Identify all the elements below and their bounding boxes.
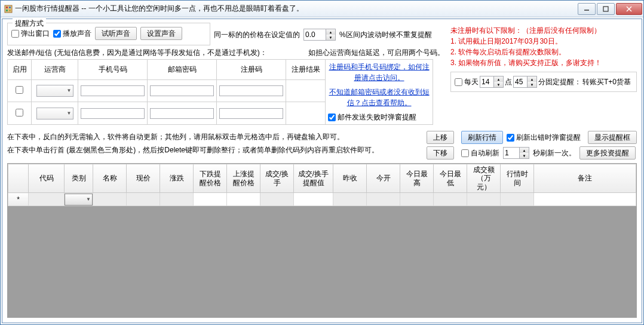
refresh-err-checkbox-label[interactable]: 刷新出错时弹窗提醒 [507,133,581,143]
grid-th-up[interactable]: 上涨提醒价格 [227,164,260,193]
grid-cell-low[interactable] [434,193,467,206]
sms-phone-1[interactable] [81,85,145,96]
interval-suffix: 秒刷新一次。 [533,148,576,158]
grid-cell-price[interactable] [127,193,160,206]
auto-refresh-checkbox[interactable] [461,149,469,157]
grid-cell-open[interactable] [367,193,400,206]
grid-th-high[interactable]: 今日最高 [400,164,434,193]
price-range-input[interactable] [303,29,326,41]
sms-th-carrier: 运营商 [32,60,78,80]
sms-th-mailpwd: 邮箱密码 [148,60,217,80]
maximize-button[interactable] [597,3,615,15]
register-link[interactable]: 注册码和手机号码绑定，如何注册请点击访问。 [329,63,430,82]
grid-th-remark[interactable]: 备注 [534,164,636,193]
min-label: 分固定提醒： [538,77,581,87]
grid-cell-vol[interactable] [260,193,294,206]
price-range-prefix: 同一标的的价格在设定值的 [214,30,300,40]
grid-cell-type[interactable]: ▼ [65,193,93,206]
daily-checkbox-label[interactable]: 每天 [455,77,479,87]
limits-3: 3. 如果物有所值，请购买支持正版，多谢支持！ [450,57,637,68]
sms-regcode-1[interactable] [219,85,283,96]
auto-refresh-checkbox-label[interactable]: 自动刷新 [461,148,499,158]
sound-checkbox[interactable] [53,30,61,38]
mailfail-checkbox-label[interactable]: 邮件发送失败时弹窗提醒 [328,112,430,122]
show-box-button[interactable]: 显示提醒框 [588,131,637,144]
grid-th-open[interactable]: 今开 [367,164,400,193]
grid-th-low[interactable]: 今日最低 [434,164,467,193]
sms-enable-1[interactable] [16,86,23,94]
interval-input[interactable] [503,147,520,159]
instruction-2: 在下表中单击行首 (最左侧黑色三角形处)，然后按Delete键即可删除整行；或者… [7,144,423,157]
grid-th-amount[interactable]: 成交额（万元） [467,164,501,193]
sms-regcode-2[interactable] [219,108,283,119]
grid-cell-down[interactable] [194,193,227,206]
grid-header-row: 代码 类别 名称 现价 涨跌 下跌提醒价格 上涨提醒价格 成交/换手 成交/换手… [8,164,636,193]
interval-spinner[interactable]: ▲▼ [520,147,529,159]
mailfail-checkbox[interactable] [328,114,336,121]
grid-th-vol[interactable]: 成交/换手 [260,164,294,193]
grid-cell-prevclose[interactable] [333,193,367,206]
instructions-text: 在下表中，反白的列无需输入，软件将自动更新；其他列，请用鼠标双击单元格选中后，再… [7,131,423,157]
help-link[interactable]: 不知道邮箱密码或者没有收到短信？点击查看帮助。 [329,88,430,107]
fixed-remind-text: 转账买T+0货基 [582,77,631,87]
minimize-button[interactable] [578,3,596,15]
grid-cell-amount[interactable] [467,193,501,206]
spin-down-icon[interactable]: ▼ [326,35,335,40]
grid-empty-area [8,206,636,314]
app-icon [4,5,13,13]
sms-mailpwd-1[interactable] [150,85,214,96]
grid-th-type[interactable]: 类别 [65,164,93,193]
grid-row-marker[interactable]: * [8,193,29,206]
grid-th-down[interactable]: 下跌提醒价格 [194,164,227,193]
instruction-1: 在下表中，反白的列无需输入，软件将自动更新；其他列，请用鼠标双击单元格选中后，再… [7,131,423,144]
popup-checkbox-label[interactable]: 弹出窗口 [11,29,50,39]
type-combo[interactable]: ▼ [65,194,93,206]
sms-mailpwd-2[interactable] [150,108,214,119]
hour-input[interactable] [480,76,494,88]
grid-cell-time[interactable] [501,193,534,206]
window-title: 一闲股市行情提醒器 -- 一个小工具让您的空闲时间多一点，再也不用总是眼睛盯着看… [15,4,578,14]
sms-enable-2[interactable] [16,109,23,116]
test-sound-button[interactable]: 试听声音 [95,27,137,40]
data-grid[interactable]: 代码 类别 名称 现价 涨跌 下跌提醒价格 上涨提醒价格 成交/换手 成交/换手… [8,164,636,206]
grid-th-name[interactable]: 名称 [93,164,127,193]
sms-carrier-2[interactable]: ▼ [36,108,73,119]
sound-checkbox-label[interactable]: 播放声音 [53,29,91,39]
min-spinner[interactable]: ▲▼ [528,76,537,88]
remind-method-legend: 提醒方式 [13,19,46,29]
grid-th-time[interactable]: 行情时间 [501,164,534,193]
grid-cell-change[interactable] [160,193,194,206]
grid-th-price[interactable]: 现价 [127,164,160,193]
sms-th-result: 注册结果 [286,60,326,80]
grid-cell-name[interactable] [93,193,127,206]
hour-spinner[interactable]: ▲▼ [494,76,504,88]
grid-cell-remark[interactable] [534,193,636,206]
refresh-button[interactable]: 刷新行情 [461,131,503,144]
move-up-button[interactable]: 上移 [427,131,454,144]
grid-cell-high[interactable] [400,193,434,206]
grid-th-volremind[interactable]: 成交/换手提醒值 [294,164,333,193]
close-button[interactable] [616,3,642,15]
svg-rect-0 [5,5,12,13]
grid-th-rowsel[interactable] [8,164,29,193]
daily-checkbox[interactable] [455,78,462,86]
grid-th-code[interactable]: 代码 [29,164,65,193]
grid-th-change[interactable]: 涨跌 [160,164,194,193]
min-input[interactable] [513,76,528,88]
window-buttons [578,3,642,15]
spin-up-icon[interactable]: ▲ [326,29,335,35]
more-button[interactable]: 更多投资提醒 [579,146,636,160]
grid-cell-volremind[interactable] [294,193,333,206]
sms-phone-2[interactable] [81,108,145,119]
set-sound-button[interactable]: 设置声音 [140,27,182,40]
move-down-button[interactable]: 下移 [427,146,454,160]
grid-cell-code[interactable] [29,193,65,206]
price-range-spinner[interactable]: ▲▼ [326,29,336,41]
grid-cell-up[interactable] [227,193,260,206]
sms-carrier-1[interactable]: ▼ [36,85,73,97]
refresh-err-checkbox[interactable] [507,134,514,142]
grid-th-prevclose[interactable]: 昨收 [333,164,367,193]
popup-checkbox[interactable] [11,30,19,38]
hour-label: 点 [505,77,512,87]
grid-new-row[interactable]: * ▼ [8,193,636,206]
